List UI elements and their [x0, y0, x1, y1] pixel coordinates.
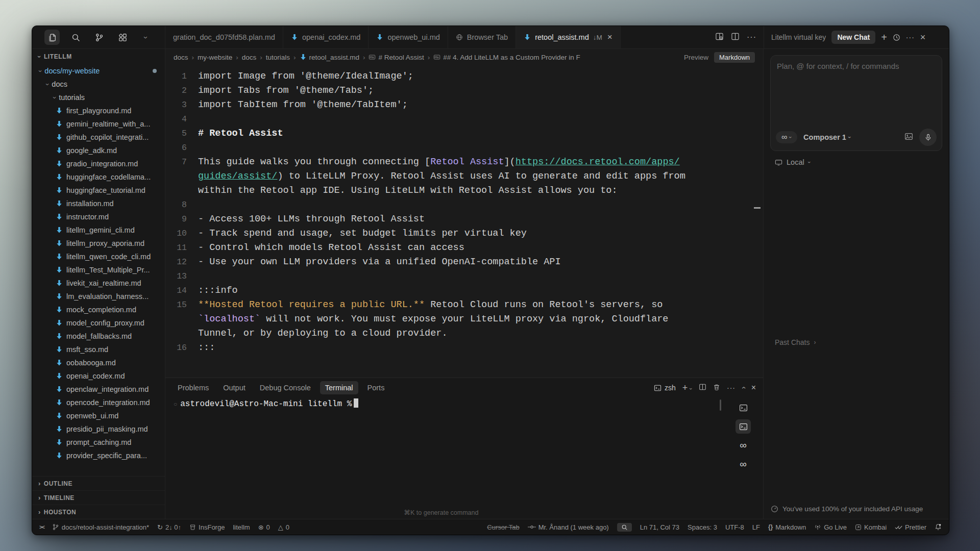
more-actions-icon[interactable]: ···	[747, 33, 756, 42]
split-terminal-icon[interactable]	[699, 383, 706, 392]
file-item[interactable]: instructor.md	[32, 210, 165, 223]
markdown-mode-button[interactable]: Markdown	[714, 52, 755, 63]
panel-more-icon[interactable]: ···	[727, 384, 736, 392]
code-editor[interactable]: 1import Image from '@theme/IdealImage';2…	[165, 65, 763, 378]
file-item[interactable]: litellm_proxy_aporia.md	[32, 237, 165, 250]
prettier[interactable]: Prettier	[895, 523, 926, 531]
file-item[interactable]: openclaw_integration.md	[32, 383, 165, 396]
notifications[interactable]	[935, 523, 942, 531]
file-item[interactable]: litellm_qwen_code_cli.md	[32, 250, 165, 263]
environment-selector[interactable]: Local ›	[764, 151, 949, 173]
go-live[interactable]: Go Live	[814, 523, 847, 531]
file-item[interactable]: opencode_integration.md	[32, 396, 165, 409]
editor-tab[interactable]: gration_doc_d075fd58.plan.md	[165, 26, 283, 48]
search-icon[interactable]	[68, 30, 83, 45]
agent-terminal-icon[interactable]: ∞	[736, 457, 751, 471]
new-chat-plus-icon[interactable]: +	[881, 32, 887, 42]
file-item[interactable]: provider_specific_para...	[32, 449, 165, 462]
kill-terminal-icon[interactable]	[713, 384, 720, 392]
file-item[interactable]: model_fallbacks.md	[32, 330, 165, 343]
file-item[interactable]: first_playground.md	[32, 104, 165, 117]
file-item[interactable]: msft_sso.md	[32, 343, 165, 356]
attach-image-icon[interactable]	[904, 132, 913, 143]
git-blame[interactable]: Mr. Ånand (1 week ago)	[528, 523, 609, 531]
panel-tab-ports[interactable]: Ports	[362, 381, 390, 394]
chat-tab-new[interactable]: New Chat	[831, 31, 875, 44]
file-item[interactable]: github_copilot_integrati...	[32, 131, 165, 144]
litellm-status[interactable]: litellm	[233, 523, 250, 531]
remote-indicator[interactable]: ><	[39, 524, 44, 530]
panel-tab-debug-console[interactable]: Debug Console	[255, 381, 316, 394]
breadcrumb-item[interactable]: ## 4. Add LiteLLM as a Custom Provider i…	[433, 54, 580, 61]
chat-close-icon[interactable]: ×	[920, 33, 926, 42]
editor-tab[interactable]: retool_assist.md↓M×	[516, 26, 621, 48]
terminal-session-icon-active[interactable]	[736, 419, 751, 434]
chevron-down-icon[interactable]: ›	[138, 30, 154, 45]
chat-history-clock-icon[interactable]	[893, 34, 900, 41]
tree-folder-docs[interactable]: › docs	[32, 78, 165, 91]
close-tab-icon[interactable]: ×	[607, 32, 612, 42]
tree-folder-tutorials[interactable]: › tutorials	[32, 91, 165, 104]
file-item[interactable]: livekit_xai_realtime.md	[32, 277, 165, 290]
encoding[interactable]: UTF-8	[725, 523, 744, 531]
file-item[interactable]: google_adk.md	[32, 144, 165, 157]
file-item[interactable]: installation.md	[32, 197, 165, 210]
cursor-position[interactable]: Ln 71, Col 73	[640, 523, 679, 531]
chat-tab-history[interactable]: Litellm virtual key	[771, 33, 826, 41]
explorer-icon[interactable]	[44, 30, 60, 45]
section-houston[interactable]: ›HOUSTON	[32, 505, 165, 519]
search-toggle[interactable]	[617, 523, 632, 532]
tree-folder-root[interactable]: › docs/my-website	[32, 64, 165, 78]
agent-terminal-icon[interactable]: ∞	[736, 438, 751, 453]
breadcrumb-item[interactable]: tutorials	[266, 54, 290, 61]
eol[interactable]: LF	[752, 523, 760, 531]
file-item[interactable]: presidio_pii_masking.md	[32, 422, 165, 436]
file-item[interactable]: lm_evaluation_harness...	[32, 290, 165, 303]
composer-selector[interactable]: Composer 1 ›	[803, 133, 850, 141]
breadcrumb-item[interactable]: # Retool Assist	[369, 54, 424, 61]
git-sync[interactable]: ↻2↓ 0↑	[157, 523, 181, 531]
breadcrumb-item[interactable]: my-website	[198, 54, 232, 61]
split-editor-icon[interactable]	[731, 32, 740, 43]
past-chats[interactable]: Past Chats ›	[775, 338, 816, 346]
file-item[interactable]: mock_completion.md	[32, 303, 165, 316]
file-item[interactable]: openai_codex.md	[32, 369, 165, 383]
file-item[interactable]: prompt_caching.md	[32, 436, 165, 449]
voice-input-button[interactable]	[919, 129, 937, 146]
source-control-icon[interactable]	[91, 30, 107, 45]
section-outline[interactable]: ›OUTLINE	[32, 477, 165, 491]
maximize-panel-icon[interactable]: ›	[739, 387, 747, 389]
editor-tab[interactable]: openai_codex.md	[283, 26, 369, 48]
editor-tab[interactable]: openweb_ui.md	[369, 26, 448, 48]
problems-errors[interactable]: ⊗0	[258, 523, 270, 531]
preview-button[interactable]: Preview	[684, 54, 708, 61]
split-editor-search-icon[interactable]	[715, 32, 724, 43]
terminal-session-icon[interactable]	[736, 400, 751, 415]
indentation[interactable]: Spaces: 3	[688, 523, 717, 531]
file-item[interactable]: litellm_gemini_cli.md	[32, 223, 165, 237]
problems-warnings[interactable]: △0	[278, 523, 289, 531]
file-item[interactable]: huggingface_tutorial.md	[32, 184, 165, 197]
extensions-icon[interactable]	[115, 30, 130, 45]
file-item[interactable]: oobabooga.md	[32, 356, 165, 369]
file-item[interactable]: litellm_Test_Multiple_Pr...	[32, 263, 165, 277]
new-terminal-icon[interactable]: + ›	[682, 383, 692, 393]
git-branch[interactable]: docs/retool-assist-integration*	[52, 523, 149, 531]
breadcrumb-item[interactable]: docs	[174, 54, 188, 61]
panel-tab-terminal[interactable]: Terminal	[320, 381, 358, 394]
file-item[interactable]: model_config_proxy.md	[32, 316, 165, 330]
chat-input-box[interactable]: Plan, @ for context, / for commands ∞ › …	[770, 55, 942, 151]
shell-label[interactable]: zsh	[654, 384, 676, 392]
editor-tab[interactable]: Browser Tab	[448, 26, 516, 48]
terminal[interactable]: ○astrodevil@Astro-Mac-mini litellm %	[165, 397, 723, 519]
file-item[interactable]: huggingface_codellama...	[32, 170, 165, 184]
panel-tab-output[interactable]: Output	[218, 381, 251, 394]
close-panel-icon[interactable]: ×	[751, 383, 756, 392]
kombai[interactable]: Kombai	[855, 523, 887, 531]
chat-more-icon[interactable]: ···	[906, 34, 915, 41]
language-mode[interactable]: {}Markdown	[768, 523, 806, 531]
cursor-tab[interactable]: Cursor Tab	[487, 523, 519, 531]
file-item[interactable]: gemini_realtime_with_a...	[32, 117, 165, 131]
breadcrumb-item[interactable]: docs	[242, 54, 257, 61]
section-timeline[interactable]: ›TIMELINE	[32, 491, 165, 505]
